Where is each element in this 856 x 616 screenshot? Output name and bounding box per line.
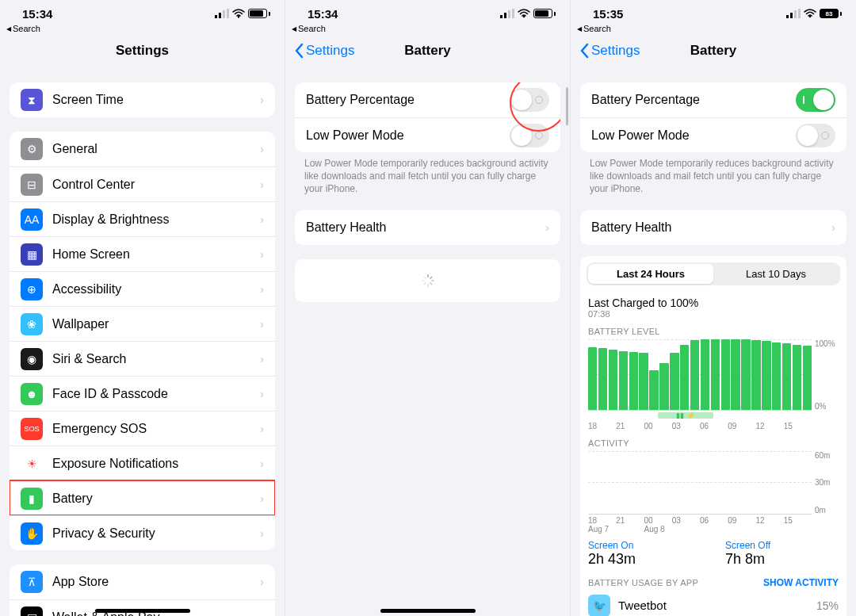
settings-row-face-id-passcode[interactable]: ☻Face ID & Passcode› [10,376,275,411]
back-button[interactable]: Settings [293,43,354,59]
settings-row-general[interactable]: ⚙General› [10,132,275,166]
activity-chart: 60m30m0m [588,451,839,515]
row-icon: ⊟ [21,174,43,196]
group-battery-health: Battery Health › [580,210,846,245]
row-icon: ⊕ [21,278,43,300]
toggle-low-power[interactable] [510,124,549,147]
x-axis-level: 1821000306091215 [588,422,839,430]
chevron-right-icon: › [260,318,264,331]
battery-icon [533,9,556,18]
svg-rect-2 [223,10,225,18]
row-battery-health[interactable]: Battery Health › [295,210,560,245]
usage-by-app-header: BATTERY USAGE BY APP [588,578,698,587]
group-general: ⚙General›⊟Control Center›AADisplay & Bri… [10,132,275,550]
back-to-search[interactable]: Search [571,22,856,33]
row-icon: ▮ [21,488,43,510]
clock: 15:35 [593,7,623,21]
row-label: Control Center [52,178,260,192]
battery-icon [248,9,270,18]
row-battery-percentage[interactable]: Battery Percentage [580,82,846,117]
settings-row-emergency-sos[interactable]: SOSEmergency SOS› [10,411,275,446]
svg-rect-0 [215,15,217,18]
page-title: Battery [690,43,737,59]
footer-low-power: Low Power Mode temporarily reduces backg… [285,152,570,196]
settings-row-display-brightness[interactable]: AADisplay & Brightness› [10,201,275,236]
label: Low Power Mode [306,128,510,143]
chevron-right-icon: › [260,527,264,540]
row-label: Exposure Notifications [52,457,260,471]
battery-analytics-card: Last 24 Hours Last 10 Days Last Charged … [580,256,846,616]
back-button[interactable]: Settings [579,43,640,59]
charging-strip: ▮▮ ⚡ [588,412,839,420]
label: Battery Health [306,220,545,235]
settings-row-wallet-apple-pay[interactable]: ▤Wallet & Apple Pay› [10,599,275,616]
svg-rect-7 [508,10,510,18]
cellular-icon [786,9,801,18]
svg-rect-1 [219,13,221,18]
group-loading [295,259,560,302]
back-to-search[interactable]: Search [285,22,570,33]
group-battery-toggles: Battery Percentage Low Power Mode [295,82,560,152]
row-label: App Store [52,575,260,589]
screen-off-block: Screen Off 7h 8m [725,540,839,568]
settings-row-app-store[interactable]: ⊼App Store› [10,564,275,599]
last-charged-time: 07:38 [588,309,839,319]
row-low-power[interactable]: Low Power Mode [295,117,560,152]
segment-24h[interactable]: Last 24 Hours [588,264,713,284]
settings-row-control-center[interactable]: ⊟Control Center› [10,166,275,201]
settings-row-privacy-security[interactable]: ✋Privacy & Security› [10,515,275,550]
chevron-right-icon: › [260,283,264,296]
row-icon: SOS [21,418,43,440]
screen-off-value: 7h 8m [725,551,839,568]
row-icon: ▤ [21,606,43,617]
settings-row-home-screen[interactable]: ▦Home Screen› [10,236,275,271]
status-icons [215,9,270,18]
toggle-battery-percentage[interactable] [796,88,835,112]
label: Low Power Mode [591,128,796,143]
segmented-timeframe[interactable]: Last 24 Hours Last 10 Days [587,262,840,285]
chevron-right-icon: › [260,423,264,435]
settings-row-wallpaper[interactable]: ❀Wallpaper› [10,306,275,341]
settings-row-siri-search[interactable]: ◉Siri & Search› [10,341,275,376]
row-label: Siri & Search [52,352,260,366]
home-indicator[interactable] [95,609,190,613]
show-activity-link[interactable]: SHOW ACTIVITY [763,577,839,588]
chevron-right-icon: › [260,213,264,226]
wifi-icon [232,9,245,18]
battery-screen-off: 15:34 Search Settings Battery Battery Pe… [285,0,571,616]
nav-header: Settings Battery [571,33,856,68]
settings-row-accessibility[interactable]: ⊕Accessibility› [10,271,275,306]
chevron-right-icon: › [260,492,264,505]
row-icon: AA [21,209,43,231]
chevron-right-icon: › [260,611,264,617]
chevron-right-icon: › [545,221,549,234]
row-icon: ⚙ [21,138,43,160]
segment-10d[interactable]: Last 10 Days [713,264,839,284]
date-labels: Aug 7Aug 8 [588,525,839,534]
chevron-right-icon: › [260,94,264,106]
usage-summary: Screen On 2h 43m Screen Off 7h 8m [588,534,839,571]
row-battery-percentage[interactable]: Battery Percentage [295,82,560,117]
row-label: Home Screen [52,247,260,262]
chevron-right-icon: › [260,143,264,155]
settings-screen: 15:34 Search Settings ⧗Screen Time› ⚙Gen… [0,0,285,616]
row-low-power[interactable]: Low Power Mode [580,117,846,152]
row-label: Accessibility [52,282,260,297]
back-to-search[interactable]: Search [0,22,285,33]
home-indicator[interactable] [380,609,476,613]
group-battery-health: Battery Health › [295,210,560,245]
settings-row-exposure-notifications[interactable]: ☀Exposure Notifications› [10,446,275,480]
loading-row [295,259,560,302]
page-title: Battery [404,43,451,59]
svg-line-15 [424,282,426,284]
app-pct: 15% [816,599,839,612]
settings-row-battery[interactable]: ▮Battery› [10,480,275,515]
app-usage-row[interactable]: 🐦 Tweetbot 15% [588,588,839,616]
settings-row-screen-time[interactable]: ⧗Screen Time› [10,82,275,117]
toggle-low-power[interactable] [796,124,835,147]
row-icon: ☻ [21,383,43,405]
row-battery-health[interactable]: Battery Health › [580,210,846,245]
battery-level-chart: 100%0% [588,339,839,411]
row-label: Privacy & Security [52,526,260,541]
toggle-battery-percentage[interactable] [510,88,549,112]
